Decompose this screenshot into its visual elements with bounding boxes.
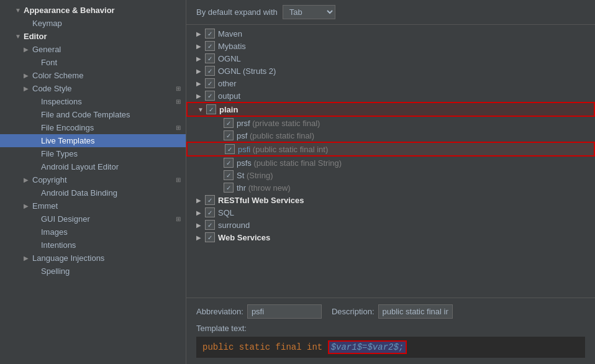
abbreviation-input[interactable] — [247, 304, 322, 319]
tree-item-mybatis[interactable]: ▶ Mybatis — [186, 40, 595, 52]
sidebar-item-language-injections[interactable]: ▶ Language Injections — [0, 252, 186, 265]
tree-item-prsf[interactable]: prsf (private static final) — [186, 117, 595, 129]
tree-item-plain[interactable]: ▼ plain — [186, 102, 595, 117]
sidebar-item-images[interactable]: Images — [0, 225, 186, 239]
sidebar-item-label: Emmet — [32, 201, 181, 211]
tree-item-surround[interactable]: ▶ surround — [186, 219, 595, 231]
sidebar-item-label: Images — [41, 227, 181, 237]
arrow-icon: ▼ — [15, 7, 24, 14]
checkbox-mybatis[interactable] — [205, 41, 215, 51]
expand-icon: ▶ — [196, 55, 205, 62]
sidebar-item-label: Copyright — [32, 175, 173, 184]
sidebar-item-file-types[interactable]: File Types — [0, 147, 186, 160]
expand-icon: ▶ — [196, 93, 205, 99]
checkbox-psfi[interactable] — [225, 144, 235, 154]
arrow-icon: ▶ — [24, 255, 32, 262]
expand-with-select[interactable]: Tab Enter Space — [283, 5, 335, 19]
tree-item-thr[interactable]: thr (throw new) — [186, 181, 595, 194]
sidebar-item-label: Live Templates — [41, 136, 181, 145]
tree-item-ognl-struts[interactable]: ▶ OGNL (Struts 2) — [186, 65, 595, 77]
tree-item-label: thr (throw new) — [237, 183, 291, 193]
tree-item-label: output — [218, 91, 240, 101]
expand-icon: ▶ — [196, 234, 205, 241]
checkbox-restful[interactable] — [205, 195, 215, 205]
checkbox-ognl[interactable] — [205, 53, 215, 63]
sidebar-item-file-encodings[interactable]: File Encodings ⊞ — [0, 121, 186, 134]
sidebar-item-spelling[interactable]: Spelling — [0, 265, 186, 278]
tree-item-label: plain — [219, 105, 238, 114]
checkbox-surround[interactable] — [205, 220, 215, 230]
checkbox-sql[interactable] — [205, 207, 215, 217]
checkbox-psf[interactable] — [224, 130, 234, 140]
tree-item-other[interactable]: ▶ other — [186, 77, 595, 89]
sidebar-item-android-data-binding[interactable]: Android Data Binding — [0, 186, 186, 199]
checkbox-prsf[interactable] — [224, 118, 234, 128]
sidebar-item-label: Editor — [24, 32, 181, 41]
top-bar: By default expand with Tab Enter Space — [186, 0, 595, 25]
sidebar-item-general[interactable]: ▶ General — [0, 43, 186, 56]
code-keyword: public static final int — [202, 342, 328, 352]
code-area[interactable]: public static final int $var1$=$var2$; — [196, 337, 585, 358]
tree-item-st[interactable]: St (String) — [186, 169, 595, 181]
checkbox-thr[interactable] — [224, 183, 234, 193]
sidebar-item-label: File and Code Templates — [41, 110, 181, 119]
checkbox-plain[interactable] — [206, 104, 216, 114]
sidebar-item-label: Appearance & Behavior — [24, 6, 181, 15]
live-templates-tree[interactable]: ▶ Maven ▶ Mybatis ▶ OGNL ▶ OGNL (Struts … — [186, 25, 595, 298]
tree-item-psfi[interactable]: psfi (public static final int) — [186, 142, 595, 157]
sidebar-item-label: Code Style — [32, 84, 173, 93]
sidebar-item-file-code-templates[interactable]: File and Code Templates — [0, 108, 186, 121]
sidebar-item-label: Android Data Binding — [41, 188, 181, 198]
sidebar-item-label: GUI Designer — [41, 214, 173, 224]
tree-item-label: prsf (private static final) — [237, 119, 320, 128]
checkbox-other[interactable] — [205, 78, 215, 88]
sidebar-item-code-style[interactable]: ▶ Code Style ⊞ — [0, 82, 186, 95]
sidebar-item-color-scheme[interactable]: ▶ Color Scheme — [0, 69, 186, 82]
checkbox-web-services[interactable] — [205, 232, 215, 242]
sidebar-item-label: File Types — [41, 149, 181, 158]
sidebar-item-font[interactable]: Font — [0, 56, 186, 69]
description-field-group: Description: — [332, 304, 453, 319]
tree-item-psfs[interactable]: psfs (public static final String) — [186, 157, 595, 169]
tree-item-label: RESTful Web Services — [218, 196, 304, 205]
tree-item-output[interactable]: ▶ output — [186, 89, 595, 102]
tree-item-psf[interactable]: psf (public static final) — [186, 129, 595, 142]
checkbox-maven[interactable] — [205, 29, 215, 39]
checkbox-ognl-struts[interactable] — [205, 66, 215, 76]
checkbox-output[interactable] — [205, 91, 215, 101]
sidebar-item-label: Spelling — [41, 266, 181, 276]
arrow-icon: ▶ — [24, 46, 32, 53]
tree-item-web-services[interactable]: ▶ Web Services — [186, 231, 595, 243]
tree-item-label: Web Services — [218, 233, 270, 242]
sidebar-item-emmet[interactable]: ▶ Emmet — [0, 199, 186, 212]
checkbox-st[interactable] — [224, 170, 234, 180]
sidebar-item-label: File Encodings — [41, 123, 173, 132]
abbreviation-label: Abbreviation: — [196, 307, 243, 316]
tree-item-ognl[interactable]: ▶ OGNL — [186, 52, 595, 65]
description-label: Description: — [332, 307, 375, 316]
description-input[interactable] — [378, 304, 453, 319]
tree-item-maven[interactable]: ▶ Maven — [186, 27, 595, 40]
sidebar-item-keymap[interactable]: Keymap — [0, 17, 186, 30]
settings-sidebar: ▼ Appearance & Behavior Keymap ▼ Editor … — [0, 0, 186, 364]
sidebar-item-editor[interactable]: ▼ Editor — [0, 30, 186, 43]
sidebar-item-label: Language Injections — [32, 253, 181, 263]
arrow-icon: ▶ — [24, 202, 32, 209]
template-text-label: Template text: — [196, 324, 585, 333]
tree-item-sql[interactable]: ▶ SQL — [186, 206, 595, 219]
sidebar-item-gui-designer[interactable]: GUI Designer ⊞ — [0, 212, 186, 225]
sidebar-item-intentions[interactable]: Intentions — [0, 239, 186, 252]
settings-layer-icon: ⊞ — [176, 98, 181, 105]
sidebar-item-android-layout[interactable]: Android Layout Editor — [0, 160, 186, 173]
expand-icon: ▶ — [196, 80, 205, 87]
sidebar-item-inspections[interactable]: Inspections ⊞ — [0, 95, 186, 108]
sidebar-item-copyright[interactable]: ▶ Copyright ⊞ — [0, 173, 186, 186]
expand-icon: ▶ — [196, 222, 205, 229]
checkbox-psfs[interactable] — [224, 158, 234, 168]
sidebar-item-live-templates[interactable]: Live Templates — [0, 134, 186, 147]
tree-item-restful[interactable]: ▶ RESTful Web Services — [186, 194, 595, 206]
tree-item-label: psf (public static final) — [237, 131, 314, 140]
arrow-icon: ▶ — [24, 85, 32, 92]
expand-icon: ▶ — [196, 68, 205, 75]
sidebar-item-appearance[interactable]: ▼ Appearance & Behavior — [0, 4, 186, 17]
